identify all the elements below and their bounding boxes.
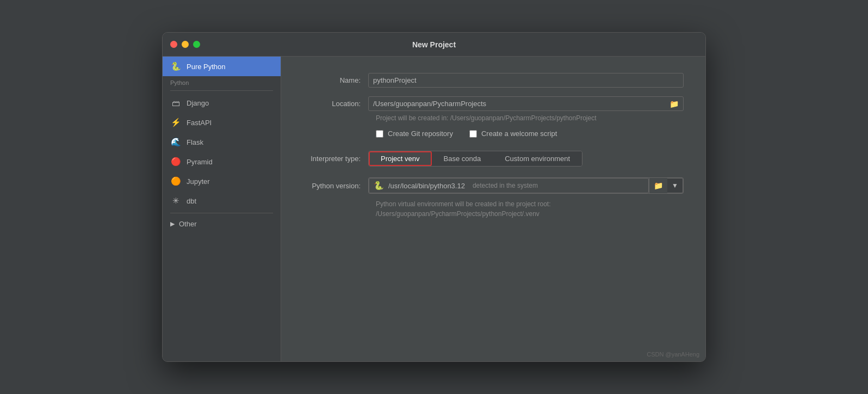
sidebar-divider-bottom: [170, 213, 273, 213]
name-label: Name:: [303, 76, 368, 84]
sidebar-item-label: Jupyter: [187, 177, 210, 186]
python-version-select[interactable]: 🐍 /usr/local/bin/python3.12 detected in …: [369, 178, 649, 193]
jupyter-icon: 🟠: [170, 176, 181, 187]
python-browse-button[interactable]: 📁: [649, 178, 667, 193]
main-panel: Name: Location: 📁 Project will be create…: [281, 57, 705, 361]
venv-hint-line2: /Users/guopanpan/PycharmProjects/pythonP…: [376, 209, 684, 219]
location-input-wrap: 📁: [368, 96, 684, 111]
venv-hint-line1: Python virtual environment will be creat…: [376, 199, 684, 209]
sidebar-item-dbt[interactable]: ✳ dbt: [163, 191, 281, 211]
sidebar-item-pure-python[interactable]: 🐍 Pure Python: [163, 57, 281, 76]
content-area: 🐍 Pure Python Python 🗃 Django ⚡ FastAPI: [163, 57, 705, 361]
python-dropdown-button[interactable]: ▼: [667, 178, 683, 193]
name-input[interactable]: [368, 73, 684, 88]
checkboxes-row: Create Git repository Create a welcome s…: [376, 130, 684, 138]
sidebar-other-label: Other: [179, 220, 197, 228]
close-button[interactable]: [170, 41, 177, 48]
location-browse-button[interactable]: 📁: [665, 97, 683, 110]
interpreter-row: Interpreter type: Project venv Base cond…: [303, 151, 684, 167]
create-git-checkbox[interactable]: [376, 130, 383, 138]
location-input[interactable]: [369, 97, 665, 110]
sidebar-item-label: Pyramid: [187, 158, 213, 166]
interpreter-label: Interpreter type:: [303, 155, 368, 163]
location-label: Location:: [303, 100, 368, 108]
sidebar-item-pyramid[interactable]: 🔴 Pyramid: [163, 152, 281, 171]
sidebar-item-label: Django: [187, 99, 209, 107]
window-title: New Project: [412, 40, 456, 49]
fastapi-icon: ⚡: [170, 117, 181, 128]
sidebar-item-jupyter[interactable]: 🟠 Jupyter: [163, 171, 281, 191]
tab-project-venv[interactable]: Project venv: [369, 151, 432, 166]
python-version-path: /usr/local/bin/python3.12: [388, 182, 465, 190]
django-icon: 🗃: [170, 97, 181, 108]
name-row: Name:: [303, 73, 684, 88]
sidebar-item-flask[interactable]: 🌊 Flask: [163, 132, 281, 152]
create-git-label: Create Git repository: [388, 130, 453, 138]
tab-base-conda[interactable]: Base conda: [432, 151, 493, 166]
sidebar-item-label: Flask: [187, 138, 203, 146]
interpreter-tabs: Project venv Base conda Custom environme…: [368, 151, 582, 167]
python-version-label: Python version:: [303, 182, 368, 190]
sidebar-section-python: Python: [163, 76, 281, 88]
venv-hint: Python virtual environment will be creat…: [376, 199, 684, 219]
dbt-icon: ✳: [170, 195, 181, 206]
python-version-detected: detected in the system: [473, 182, 538, 189]
minimize-button[interactable]: [182, 41, 189, 48]
sidebar-item-label: FastAPI: [187, 119, 212, 127]
sidebar-item-django[interactable]: 🗃 Django: [163, 93, 281, 113]
sidebar-item-other[interactable]: ▶ Other: [163, 216, 281, 232]
tab-custom-env[interactable]: Custom environment: [493, 151, 582, 166]
watermark: CSDN @yanAHeng: [647, 351, 699, 358]
create-welcome-label: Create a welcome script: [481, 130, 557, 138]
pure-python-icon: 🐍: [170, 61, 181, 72]
sidebar-divider-top: [170, 90, 273, 91]
pyramid-icon: 🔴: [170, 156, 181, 167]
sidebar-item-label: dbt: [187, 197, 196, 205]
python-version-row: Python version: 🐍 /usr/local/bin/python3…: [303, 177, 684, 194]
create-git-checkbox-item[interactable]: Create Git repository: [376, 130, 453, 138]
maximize-button[interactable]: [193, 41, 200, 48]
sidebar-item-fastapi[interactable]: ⚡ FastAPI: [163, 113, 281, 132]
create-welcome-checkbox[interactable]: [469, 130, 477, 138]
flask-icon: 🌊: [170, 137, 181, 147]
project-path-hint: Project will be created in: /Users/guopa…: [376, 114, 684, 122]
python-emoji-icon: 🐍: [374, 181, 384, 190]
location-row: Location: 📁: [303, 96, 684, 111]
chevron-right-icon: ▶: [170, 220, 175, 227]
create-welcome-checkbox-item[interactable]: Create a welcome script: [469, 130, 557, 138]
sidebar-item-label: Pure Python: [187, 63, 226, 71]
titlebar: New Project: [163, 33, 705, 57]
window-controls: [170, 41, 200, 48]
sidebar: 🐍 Pure Python Python 🗃 Django ⚡ FastAPI: [163, 57, 281, 361]
